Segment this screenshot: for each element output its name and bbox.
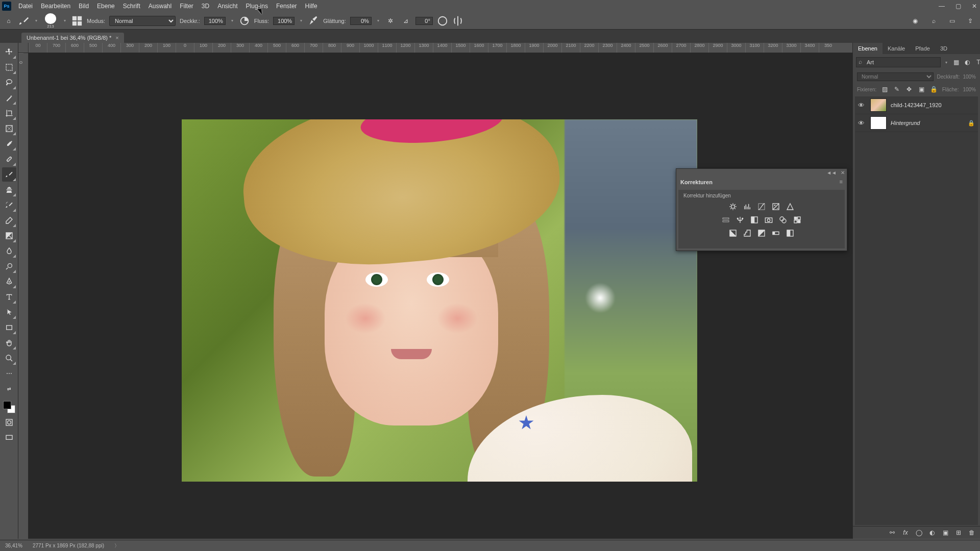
layer-thumbnail[interactable] [870,116,887,130]
brush-preview[interactable]: 213 [43,13,58,29]
layer-row[interactable]: 👁child-1423447_1920 [855,96,978,114]
selective-color-icon[interactable] [785,228,795,238]
menu-ebene[interactable]: Ebene [93,1,119,11]
lock-all-icon[interactable]: 🔒 [929,85,938,93]
magic-wand-tool[interactable] [2,91,16,105]
pressure-opacity-icon[interactable] [239,15,250,27]
filter-adjust-icon[interactable]: ◐ [963,58,971,66]
layer-thumbnail[interactable] [870,98,887,112]
menu-hilfe[interactable]: Hilfe [301,1,322,11]
angle-input[interactable] [415,17,433,25]
panel-tab-ebenen[interactable]: Ebenen [853,43,883,54]
link-layers-icon[interactable]: ⚯ [888,529,896,537]
lock-icon[interactable]: 🔒 [968,120,975,127]
menu-datei[interactable]: Datei [14,1,37,11]
invert-icon[interactable] [728,228,738,238]
color-balance-icon[interactable] [735,215,745,225]
visibility-icon[interactable]: 👁 [858,119,866,127]
marquee-tool[interactable] [2,60,16,74]
pressure-size-icon[interactable] [437,15,448,27]
delete-layer-icon[interactable]: 🗑 [968,529,976,537]
healing-tool[interactable] [2,152,16,166]
menu-plug-ins[interactable]: Plug-ins [242,1,272,11]
canvas-area[interactable]: 0070060050040030020010001002003004005006… [18,43,852,539]
vertical-ruler[interactable]: 0 [18,53,29,539]
home-icon[interactable]: ⌂ [3,15,14,27]
search-icon[interactable]: ⌕ [928,15,939,27]
workspace-icon[interactable]: ▭ [946,15,958,27]
panel-collapse-icon[interactable]: ◄◄ [826,170,837,176]
adjustments-panel[interactable]: ◄◄ ✕ Korrekturen ≡ Korrektur hinzufügen [676,168,847,251]
hand-tool[interactable] [2,336,16,350]
gradient-map-icon[interactable] [771,228,781,238]
status-caret[interactable]: 〉 [114,542,119,549]
filter-dropdown[interactable]: ▾ [944,60,949,65]
color-swatches[interactable] [2,400,16,414]
document-canvas[interactable] [182,119,697,482]
flow-dropdown[interactable]: ▾ [299,18,304,23]
opacity-input[interactable] [204,17,226,25]
blend-mode-select[interactable]: Normal [109,16,176,26]
layer-opacity-value[interactable]: 100% [963,74,976,80]
horizontal-ruler[interactable]: 0070060050040030020010001002003004005006… [29,43,852,53]
history-brush-tool[interactable] [2,198,16,212]
menu-3d[interactable]: 3D [198,1,213,11]
menu-schrift[interactable]: Schrift [119,1,144,11]
adjustments-tab[interactable]: Korrekturen [680,179,713,185]
menu-auswahl[interactable]: Auswahl [144,1,176,11]
document-dimensions[interactable]: 2771 Px x 1869 Px (182,88 ppi) [33,543,104,548]
lock-pixels-icon[interactable]: ✎ [893,85,901,93]
window-minimize[interactable]: — [938,3,945,10]
filter-type-icon[interactable]: T [974,58,980,66]
exposure-icon[interactable] [771,202,781,212]
panel-tab-kanäle[interactable]: Kanäle [883,43,910,54]
menu-bild[interactable]: Bild [75,1,93,11]
lock-position-icon[interactable]: ✥ [905,85,913,93]
panel-tab-3d[interactable]: 3D [935,43,952,54]
gradient-tool[interactable] [2,229,16,243]
document-tab[interactable]: Unbenannt-1 bei 36,4% (RGB/8) * × [21,33,124,43]
zoom-percentage[interactable]: 36,41% [5,543,22,548]
black-white-icon[interactable] [749,215,760,225]
menu-bearbeiten[interactable]: Bearbeiten [37,1,75,11]
layer-name[interactable]: child-1423447_1920 [891,102,975,108]
menu-ansicht[interactable]: Ansicht [213,1,241,11]
levels-icon[interactable] [742,202,752,212]
curves-icon[interactable] [756,202,767,212]
brush-tool-icon[interactable] [18,15,30,27]
smoothing-options-icon[interactable]: ✲ [385,15,396,27]
panel-tab-pfade[interactable]: Pfade [910,43,935,54]
photo-filter-icon[interactable] [764,215,774,225]
more-tools[interactable]: ⋯ [2,366,16,381]
foreground-color-swatch[interactable] [3,401,11,409]
lasso-tool[interactable] [2,76,16,90]
tab-close-icon[interactable]: × [115,35,118,41]
eyedropper-tool[interactable] [2,137,16,151]
move-tool[interactable] [2,45,16,59]
smoothing-input[interactable] [350,17,372,25]
path-selection-tool[interactable] [2,305,16,319]
dodge-tool[interactable] [2,259,16,273]
filter-pixel-icon[interactable]: ▦ [952,58,960,66]
clone-stamp-tool[interactable] [2,183,16,197]
layer-name[interactable]: Hintergrund [891,120,964,126]
zoom-tool[interactable] [2,351,16,365]
panel-menu-icon[interactable]: ≡ [840,179,843,185]
pen-tool[interactable] [2,274,16,289]
brush-settings-icon[interactable] [71,15,83,27]
menu-fenster[interactable]: Fenster [272,1,301,11]
screen-mode-icon[interactable] [2,431,16,445]
menu-filter[interactable]: Filter [176,1,198,11]
layer-mask-icon[interactable]: ◯ [915,529,923,537]
brush-picker-dropdown[interactable]: ▾ [62,18,67,23]
edit-toolbar[interactable]: ⇄ [2,382,16,396]
hue-saturation-icon[interactable] [721,215,731,225]
rectangle-tool[interactable] [2,320,16,335]
brightness-contrast-icon[interactable] [728,202,738,212]
window-close[interactable]: ✕ [971,3,978,10]
flow-input[interactable] [273,17,295,25]
frame-tool[interactable] [2,121,16,136]
type-tool[interactable] [2,290,16,304]
crop-tool[interactable] [2,106,16,120]
layer-blend-mode[interactable]: Normal [857,72,934,81]
